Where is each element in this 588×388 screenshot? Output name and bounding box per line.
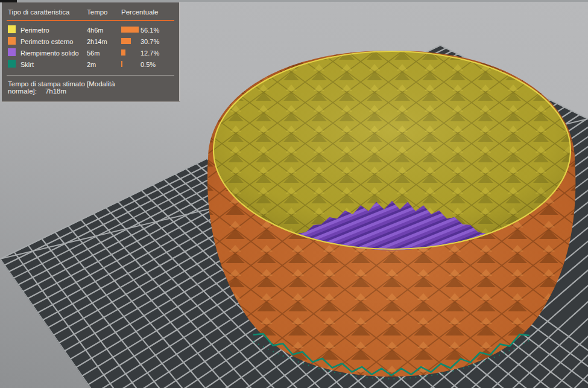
legend-row: Skirt 2m 0.5%: [2, 59, 179, 70]
feature-name: Riempimento solido: [21, 49, 87, 57]
feature-legend-panel: Tipo di caratteristica Tempo Percentuale…: [2, 2, 180, 102]
gcode-preview-viewport[interactable]: Tipo di caratteristica Tempo Percentuale…: [0, 0, 588, 388]
feature-percent-bar: [121, 49, 125, 56]
feature-name: Perimetro esterno: [21, 38, 87, 45]
feature-time: 2m: [87, 61, 121, 68]
feature-color-swatch: [8, 25, 16, 33]
legend-separator-orange: [7, 20, 174, 21]
model-bowl: [207, 51, 575, 379]
feature-percent-bar: [121, 27, 139, 33]
feature-percent: 0.5%: [141, 61, 173, 68]
feature-time: 2h14m: [87, 38, 121, 45]
feature-time: 56m: [87, 49, 121, 57]
feature-percent: 30.7%: [141, 38, 173, 45]
feature-color-swatch: [8, 48, 16, 56]
feature-color-swatch: [8, 37, 16, 45]
legend-row: Perimetro esterno 2h14m 30.7%: [2, 36, 179, 47]
estimated-print-time: Tempo di stampa stimato [Modalità normal…: [2, 75, 179, 96]
feature-percent: 12.7%: [141, 49, 173, 57]
feature-time: 4h6m: [87, 27, 121, 34]
legend-header-percent: Percentuale: [121, 8, 173, 16]
feature-percent: 56.1%: [141, 27, 173, 34]
legend-row: Riempimento solido 56m 12.7%: [2, 47, 179, 59]
top-edge-strip: [0, 0, 588, 2]
feature-color-swatch: [8, 60, 16, 68]
legend-header-time: Tempo: [87, 8, 121, 16]
feature-name: Skirt: [21, 61, 87, 68]
feature-percent-bar: [121, 38, 131, 44]
legend-rows: Perimetro 4h6m 56.1% Perimetro esterno 2…: [2, 24, 179, 70]
estimated-print-time-value: 7h18m: [45, 87, 66, 95]
feature-name: Perimetro: [21, 27, 87, 34]
legend-row: Perimetro 4h6m 56.1%: [2, 24, 179, 36]
feature-percent-bar: [121, 61, 122, 67]
legend-header-row: Tipo di caratteristica Tempo Percentuale: [2, 6, 179, 18]
legend-header-feature-type: Tipo di caratteristica: [8, 8, 87, 16]
